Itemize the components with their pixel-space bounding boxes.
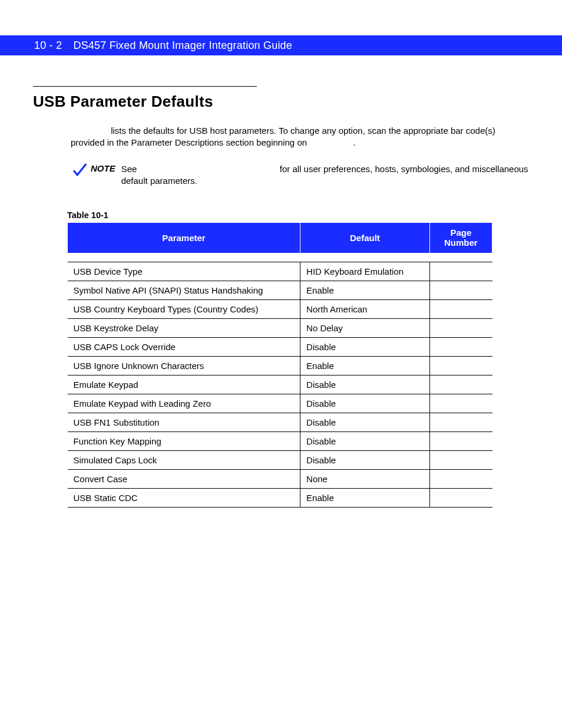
cell-parameter: Simulated Caps Lock xyxy=(68,450,300,469)
page-content: USB Parameter Defaults lists the default… xyxy=(0,55,562,508)
cell-default: HID Keyboard Emulation xyxy=(300,262,430,281)
table-row: Emulate KeypadDisable xyxy=(68,375,492,394)
cell-parameter: USB CAPS Lock Override xyxy=(68,337,300,356)
header-page-number: 10 - 2 xyxy=(34,39,62,52)
cell-default: No Delay xyxy=(300,318,430,337)
table-row: USB FN1 SubstitutionDisable xyxy=(68,413,492,431)
page-header: 10 - 2 DS457 Fixed Mount Imager Integrat… xyxy=(0,35,562,55)
cell-page xyxy=(429,262,492,281)
table-row: Simulated Caps LockDisable xyxy=(68,450,492,469)
cell-parameter: USB Country Keyboard Types (Country Code… xyxy=(68,299,300,318)
cell-default: Enable xyxy=(300,488,430,507)
table-row: Emulate Keypad with Leading ZeroDisable xyxy=(68,394,492,413)
cell-parameter: Function Key Mapping xyxy=(68,431,300,450)
cell-page xyxy=(429,469,492,488)
cell-parameter: Emulate Keypad with Leading Zero xyxy=(68,394,300,413)
cell-parameter: USB Ignore Unknown Characters xyxy=(68,356,300,375)
table-row: USB Static CDCEnable xyxy=(68,488,492,507)
table-row: USB Country Keyboard Types (Country Code… xyxy=(68,299,492,318)
cell-default: North American xyxy=(300,299,430,318)
checkmark-icon xyxy=(71,161,91,180)
header-accent-block xyxy=(0,35,14,55)
cell-parameter: Emulate Keypad xyxy=(68,375,300,394)
cell-page xyxy=(429,413,492,431)
note-body: See for all user preferences, hosts, sym… xyxy=(121,162,529,187)
table-caption-text: Table 10-1 xyxy=(67,210,108,220)
cell-page xyxy=(429,337,492,356)
table-caption: Table 10-1 xyxy=(67,210,529,220)
intro-text: lists the defaults for USB host paramete… xyxy=(71,126,495,147)
table-header-row: Parameter Default Page Number xyxy=(68,223,492,253)
cell-parameter: Symbol Native API (SNAPI) Status Handsha… xyxy=(68,281,300,299)
cell-page xyxy=(429,299,492,318)
cell-page xyxy=(429,431,492,450)
note-block: NOTE See for all user preferences, hosts… xyxy=(71,162,529,187)
header-title: DS457 Fixed Mount Imager Integration Gui… xyxy=(73,39,292,51)
table-row: USB Keystroke DelayNo Delay xyxy=(68,318,492,337)
table-row: Symbol Native API (SNAPI) Status Handsha… xyxy=(68,281,492,299)
table-body: USB Device TypeHID Keyboard EmulationSym… xyxy=(68,253,492,507)
cell-page xyxy=(429,394,492,413)
section-rule xyxy=(33,86,257,87)
table-row: Convert CaseNone xyxy=(68,469,492,488)
section-title: USB Parameter Defaults xyxy=(33,93,529,111)
col-header-default: Default xyxy=(300,223,430,253)
header-text: 10 - 2 DS457 Fixed Mount Imager Integrat… xyxy=(14,39,292,52)
note-tail: for all user preferences, hosts, symbolo… xyxy=(121,164,528,186)
col-header-parameter: Parameter xyxy=(68,223,300,253)
table-row: Function Key MappingDisable xyxy=(68,431,492,450)
cell-default: None xyxy=(300,469,430,488)
cell-parameter: Convert Case xyxy=(68,469,300,488)
note-label: NOTE xyxy=(91,162,115,173)
cell-page xyxy=(429,318,492,337)
cell-default: Disable xyxy=(300,431,430,450)
table-section-row xyxy=(68,253,492,262)
cell-parameter: USB Device Type xyxy=(68,262,300,281)
cell-page xyxy=(429,356,492,375)
table-row: USB CAPS Lock OverrideDisable xyxy=(68,337,492,356)
cell-page xyxy=(429,450,492,469)
cell-default: Enable xyxy=(300,281,430,299)
table-row: USB Device TypeHID Keyboard Emulation xyxy=(68,262,492,281)
col-header-page-number: Page Number xyxy=(429,223,492,253)
cell-parameter: USB FN1 Substitution xyxy=(68,413,300,431)
cell-default: Disable xyxy=(300,413,430,431)
note-see: See xyxy=(121,164,137,174)
cell-default: Disable xyxy=(300,375,430,394)
cell-page xyxy=(429,281,492,299)
table-row: USB Ignore Unknown CharactersEnable xyxy=(68,356,492,375)
cell-default: Disable xyxy=(300,337,430,356)
intro-end: . xyxy=(353,137,355,147)
defaults-table: Parameter Default Page Number USB Device… xyxy=(67,222,492,508)
cell-default: Disable xyxy=(300,450,430,469)
cell-page xyxy=(429,488,492,507)
cell-default: Disable xyxy=(300,394,430,413)
intro-paragraph: lists the defaults for USB host paramete… xyxy=(71,125,529,149)
cell-default: Enable xyxy=(300,356,430,375)
table-section-cell xyxy=(68,253,492,262)
cell-parameter: USB Static CDC xyxy=(68,488,300,507)
cell-page xyxy=(429,375,492,394)
cell-parameter: USB Keystroke Delay xyxy=(68,318,300,337)
